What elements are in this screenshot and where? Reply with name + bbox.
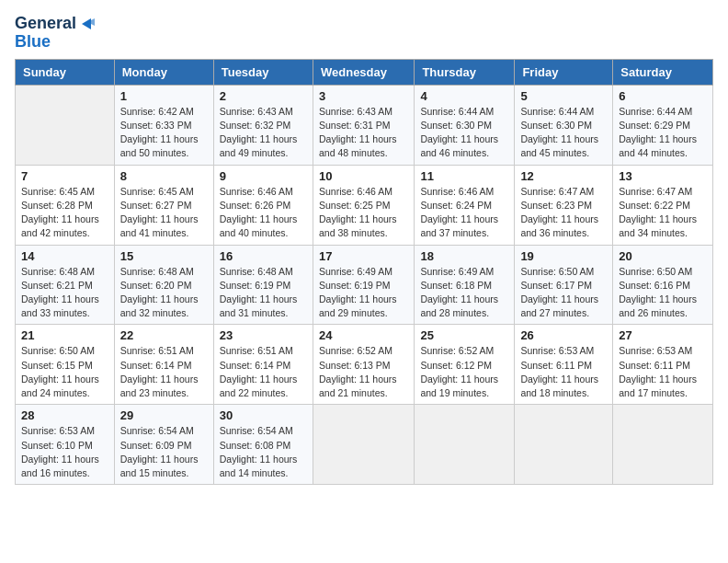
day-detail: Sunrise: 6:46 AM Sunset: 6:25 PM Dayligh… xyxy=(319,185,408,241)
calendar-cell: 29Sunrise: 6:54 AM Sunset: 6:09 PM Dayli… xyxy=(114,405,213,485)
day-detail: Sunrise: 6:53 AM Sunset: 6:10 PM Dayligh… xyxy=(21,424,108,480)
calendar-cell: 20Sunrise: 6:50 AM Sunset: 6:16 PM Dayli… xyxy=(613,245,713,325)
day-detail: Sunrise: 6:42 AM Sunset: 6:33 PM Dayligh… xyxy=(120,105,208,161)
calendar-cell: 14Sunrise: 6:48 AM Sunset: 6:21 PM Dayli… xyxy=(16,245,115,325)
day-detail: Sunrise: 6:51 AM Sunset: 6:14 PM Dayligh… xyxy=(220,344,307,400)
day-detail: Sunrise: 6:53 AM Sunset: 6:11 PM Dayligh… xyxy=(619,344,707,400)
day-detail: Sunrise: 6:45 AM Sunset: 6:27 PM Dayligh… xyxy=(120,185,208,241)
calendar-cell: 11Sunrise: 6:46 AM Sunset: 6:24 PM Dayli… xyxy=(415,165,515,245)
day-detail: Sunrise: 6:52 AM Sunset: 6:12 PM Dayligh… xyxy=(420,344,508,400)
calendar-cell xyxy=(415,405,515,485)
calendar-cell: 13Sunrise: 6:47 AM Sunset: 6:22 PM Dayli… xyxy=(613,165,713,245)
day-detail: Sunrise: 6:43 AM Sunset: 6:32 PM Dayligh… xyxy=(220,105,307,161)
day-number: 1 xyxy=(120,89,208,103)
calendar-cell: 7Sunrise: 6:45 AM Sunset: 6:28 PM Daylig… xyxy=(16,165,115,245)
calendar-cell: 25Sunrise: 6:52 AM Sunset: 6:12 PM Dayli… xyxy=(415,325,515,405)
calendar-cell: 24Sunrise: 6:52 AM Sunset: 6:13 PM Dayli… xyxy=(313,325,414,405)
day-number: 12 xyxy=(520,169,607,183)
calendar-cell: 15Sunrise: 6:48 AM Sunset: 6:20 PM Dayli… xyxy=(114,245,213,325)
day-detail: Sunrise: 6:53 AM Sunset: 6:11 PM Dayligh… xyxy=(520,344,607,400)
calendar-cell: 28Sunrise: 6:53 AM Sunset: 6:10 PM Dayli… xyxy=(16,405,115,485)
day-number: 19 xyxy=(520,249,607,263)
calendar-cell: 5Sunrise: 6:44 AM Sunset: 6:30 PM Daylig… xyxy=(515,85,613,165)
calendar-cell xyxy=(313,405,414,485)
day-detail: Sunrise: 6:48 AM Sunset: 6:21 PM Dayligh… xyxy=(21,265,108,321)
day-number: 20 xyxy=(619,249,707,263)
week-row-2: 7Sunrise: 6:45 AM Sunset: 6:28 PM Daylig… xyxy=(16,165,713,245)
day-detail: Sunrise: 6:45 AM Sunset: 6:28 PM Dayligh… xyxy=(21,185,108,241)
week-row-1: 1Sunrise: 6:42 AM Sunset: 6:33 PM Daylig… xyxy=(16,85,713,165)
day-detail: Sunrise: 6:50 AM Sunset: 6:16 PM Dayligh… xyxy=(619,265,707,321)
day-number: 3 xyxy=(319,89,408,103)
day-number: 22 xyxy=(120,328,208,342)
weekday-friday: Friday xyxy=(515,59,613,85)
day-number: 15 xyxy=(120,249,208,263)
calendar-cell: 22Sunrise: 6:51 AM Sunset: 6:14 PM Dayli… xyxy=(114,325,213,405)
weekday-header-row: SundayMondayTuesdayWednesdayThursdayFrid… xyxy=(16,59,713,85)
day-detail: Sunrise: 6:47 AM Sunset: 6:23 PM Dayligh… xyxy=(520,185,607,241)
calendar-cell xyxy=(613,405,713,485)
day-number: 29 xyxy=(120,408,208,422)
day-number: 14 xyxy=(21,249,108,263)
day-number: 7 xyxy=(21,169,108,183)
day-detail: Sunrise: 6:54 AM Sunset: 6:09 PM Dayligh… xyxy=(120,424,208,480)
day-detail: Sunrise: 6:50 AM Sunset: 6:15 PM Dayligh… xyxy=(21,344,108,400)
day-detail: Sunrise: 6:52 AM Sunset: 6:13 PM Dayligh… xyxy=(319,344,408,400)
day-number: 6 xyxy=(619,89,707,103)
day-detail: Sunrise: 6:51 AM Sunset: 6:14 PM Dayligh… xyxy=(120,344,208,400)
calendar-cell: 26Sunrise: 6:53 AM Sunset: 6:11 PM Dayli… xyxy=(515,325,613,405)
day-detail: Sunrise: 6:50 AM Sunset: 6:17 PM Dayligh… xyxy=(520,265,607,321)
calendar-table: SundayMondayTuesdayWednesdayThursdayFrid… xyxy=(15,59,713,485)
day-detail: Sunrise: 6:48 AM Sunset: 6:19 PM Dayligh… xyxy=(220,265,307,321)
day-number: 21 xyxy=(21,328,108,342)
calendar-cell: 2Sunrise: 6:43 AM Sunset: 6:32 PM Daylig… xyxy=(213,85,313,165)
svg-marker-0 xyxy=(82,18,91,29)
calendar-cell: 17Sunrise: 6:49 AM Sunset: 6:19 PM Dayli… xyxy=(313,245,414,325)
week-row-5: 28Sunrise: 6:53 AM Sunset: 6:10 PM Dayli… xyxy=(16,405,713,485)
day-detail: Sunrise: 6:46 AM Sunset: 6:26 PM Dayligh… xyxy=(220,185,307,241)
day-detail: Sunrise: 6:49 AM Sunset: 6:19 PM Dayligh… xyxy=(319,265,408,321)
day-number: 5 xyxy=(520,89,607,103)
day-number: 8 xyxy=(120,169,208,183)
calendar-cell xyxy=(515,405,613,485)
day-number: 30 xyxy=(220,408,307,422)
calendar-cell: 21Sunrise: 6:50 AM Sunset: 6:15 PM Dayli… xyxy=(16,325,115,405)
weekday-saturday: Saturday xyxy=(613,59,713,85)
calendar-cell: 9Sunrise: 6:46 AM Sunset: 6:26 PM Daylig… xyxy=(213,165,313,245)
day-number: 23 xyxy=(220,328,307,342)
header: General Blue xyxy=(15,15,713,52)
calendar-cell xyxy=(16,85,115,165)
weekday-wednesday: Wednesday xyxy=(313,59,414,85)
day-number: 4 xyxy=(420,89,508,103)
day-detail: Sunrise: 6:43 AM Sunset: 6:31 PM Dayligh… xyxy=(319,105,408,161)
day-detail: Sunrise: 6:47 AM Sunset: 6:22 PM Dayligh… xyxy=(619,185,707,241)
calendar-cell: 10Sunrise: 6:46 AM Sunset: 6:25 PM Dayli… xyxy=(313,165,414,245)
logo-text-general: General xyxy=(15,15,76,33)
day-number: 24 xyxy=(319,328,408,342)
day-detail: Sunrise: 6:49 AM Sunset: 6:18 PM Dayligh… xyxy=(420,265,508,321)
day-detail: Sunrise: 6:44 AM Sunset: 6:30 PM Dayligh… xyxy=(420,105,508,161)
day-number: 9 xyxy=(220,169,307,183)
week-row-4: 21Sunrise: 6:50 AM Sunset: 6:15 PM Dayli… xyxy=(16,325,713,405)
calendar-cell: 3Sunrise: 6:43 AM Sunset: 6:31 PM Daylig… xyxy=(313,85,414,165)
logo-text-blue: Blue xyxy=(15,33,51,52)
day-number: 10 xyxy=(319,169,408,183)
calendar-cell: 19Sunrise: 6:50 AM Sunset: 6:17 PM Dayli… xyxy=(515,245,613,325)
weekday-tuesday: Tuesday xyxy=(213,59,313,85)
day-number: 25 xyxy=(420,328,508,342)
calendar-cell: 6Sunrise: 6:44 AM Sunset: 6:29 PM Daylig… xyxy=(613,85,713,165)
calendar-cell: 23Sunrise: 6:51 AM Sunset: 6:14 PM Dayli… xyxy=(213,325,313,405)
day-number: 16 xyxy=(220,249,307,263)
calendar-cell: 16Sunrise: 6:48 AM Sunset: 6:19 PM Dayli… xyxy=(213,245,313,325)
calendar-cell: 12Sunrise: 6:47 AM Sunset: 6:23 PM Dayli… xyxy=(515,165,613,245)
weekday-sunday: Sunday xyxy=(16,59,115,85)
weekday-monday: Monday xyxy=(114,59,213,85)
logo-graphic: General Blue xyxy=(15,15,97,52)
day-number: 11 xyxy=(420,169,508,183)
calendar-cell: 4Sunrise: 6:44 AM Sunset: 6:30 PM Daylig… xyxy=(415,85,515,165)
day-detail: Sunrise: 6:48 AM Sunset: 6:20 PM Dayligh… xyxy=(120,265,208,321)
logo-arrow-icon xyxy=(78,15,97,33)
day-number: 17 xyxy=(319,249,408,263)
day-number: 13 xyxy=(619,169,707,183)
logo: General Blue xyxy=(15,15,97,52)
